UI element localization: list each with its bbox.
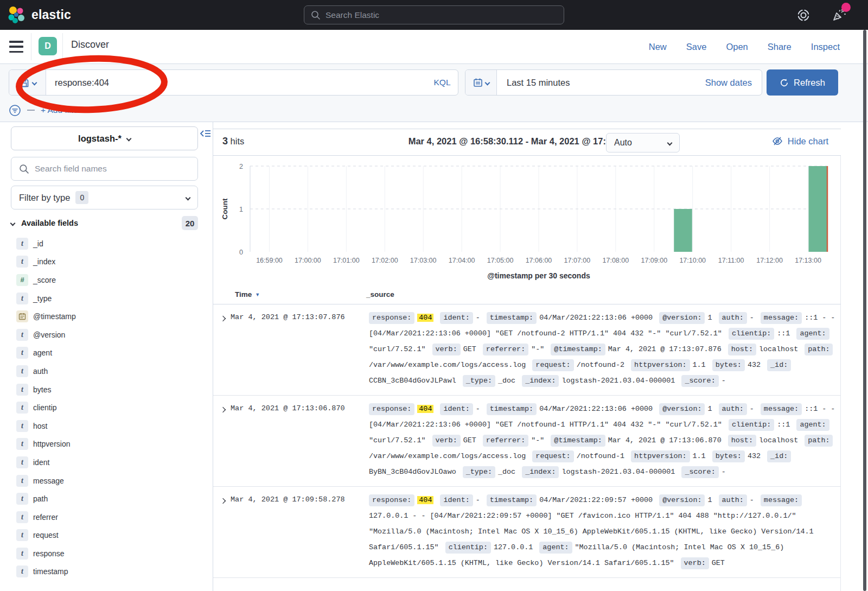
field-item-id[interactable]: t_id: [0, 234, 213, 253]
svg-text:17:09:00: 17:09:00: [641, 257, 667, 264]
index-pattern-select[interactable]: logstash-*: [11, 126, 198, 150]
svg-text:17:02:00: 17:02:00: [372, 257, 398, 264]
menu-button[interactable]: [9, 41, 23, 53]
sort-down-icon: ▼: [255, 292, 260, 297]
expand-row-button[interactable]: [220, 407, 226, 413]
field-key-badge: @version:: [659, 312, 705, 324]
help-icon[interactable]: [796, 8, 810, 22]
field-key-badge: request:: [532, 359, 573, 371]
field-item-timestamp[interactable]: @timestamp: [0, 307, 213, 326]
field-search-input[interactable]: Search field names: [11, 157, 198, 181]
field-key-badge: ident:: [440, 312, 473, 324]
field-key-badge: @timestamp:: [551, 435, 605, 447]
nav-action-new[interactable]: New: [649, 42, 667, 52]
field-key-badge: auth:: [719, 403, 747, 415]
date-quick-menu-button[interactable]: [465, 70, 497, 95]
svg-text:17:03:00: 17:03:00: [410, 257, 437, 264]
filter-by-type-select[interactable]: Filter by type 0: [11, 186, 198, 209]
query-language-button[interactable]: KQL: [426, 70, 458, 95]
show-dates-button[interactable]: Show dates: [705, 70, 762, 95]
string-field-icon: t: [16, 456, 28, 468]
svg-text:17:12:00: 17:12:00: [756, 257, 783, 264]
histogram-bar[interactable]: [809, 166, 827, 252]
expand-row-button[interactable]: [220, 316, 226, 322]
string-field-icon: t: [16, 565, 28, 577]
nav-action-share[interactable]: Share: [768, 42, 792, 52]
time-column-header[interactable]: Time ▼: [235, 290, 260, 298]
hide-chart-button[interactable]: Hide chart: [772, 136, 828, 147]
svg-text:2: 2: [239, 163, 243, 170]
add-filter-button[interactable]: + Add filter: [41, 105, 81, 115]
field-key-badge: host:: [728, 435, 756, 447]
histogram-chart[interactable]: 01216:59:0017:00:0017:01:0017:02:0017:03…: [216, 158, 839, 282]
field-item-request[interactable]: trequest: [0, 526, 213, 545]
x-axis-label: @timestamp per 30 seconds: [487, 271, 590, 280]
interval-select[interactable]: Auto: [606, 133, 680, 152]
app-nav-bar: D Discover NewSaveOpenShareInspect: [0, 30, 868, 64]
doc-timestamp: Mar 4, 2021 @ 17:09:58.278: [231, 492, 362, 571]
available-fields-header[interactable]: Available fields 20: [11, 215, 198, 231]
field-item-path[interactable]: tpath: [0, 490, 213, 508]
histogram-bar[interactable]: [674, 209, 692, 252]
field-key-badge: _type:: [463, 466, 495, 478]
field-item-score[interactable]: #_score: [0, 271, 213, 289]
field-name: message: [33, 476, 64, 485]
collapse-sidebar-button[interactable]: [200, 129, 211, 138]
field-item-referrer[interactable]: treferrer: [0, 508, 213, 526]
field-name: _type: [33, 294, 52, 303]
fields-sidebar: logstash-* Search field names Filter by …: [0, 122, 213, 591]
page-scrollbar[interactable]: [863, 30, 866, 591]
field-item-type[interactable]: t_type: [0, 289, 213, 308]
string-field-icon: t: [16, 329, 28, 341]
documents-table-body: Mar 4, 2021 @ 17:13:07.876response:404 i…: [213, 304, 841, 591]
y-axis-label: Count: [221, 198, 229, 219]
svg-text:17:06:00: 17:06:00: [526, 257, 552, 264]
nav-action-open[interactable]: Open: [726, 42, 748, 52]
expand-row-button[interactable]: [220, 498, 226, 504]
field-item-ident[interactable]: tident: [0, 453, 213, 472]
field-item-clientip[interactable]: tclientip: [0, 398, 213, 417]
field-key-badge: auth:: [719, 494, 747, 506]
field-key-badge: path:: [805, 435, 833, 447]
field-list: t_idt_index#_scoret_type@timestampt@vers…: [0, 234, 213, 581]
calendar-icon: [473, 78, 483, 87]
field-key-badge: referrer:: [483, 344, 528, 355]
field-item-timestamp[interactable]: ttimestamp: [0, 563, 213, 581]
available-fields-count-badge: 20: [182, 216, 198, 230]
field-item-httpversion[interactable]: thttpversion: [0, 435, 213, 454]
string-field-icon: t: [16, 475, 28, 487]
svg-text:17:13:00: 17:13:00: [795, 257, 821, 264]
string-field-icon: t: [16, 238, 28, 250]
nav-action-inspect[interactable]: Inspect: [811, 42, 840, 52]
string-field-icon: t: [16, 420, 28, 432]
global-search-input[interactable]: Search Elastic: [304, 5, 564, 24]
field-name: referrer: [33, 513, 58, 522]
documents-table-header: Time ▼ _source: [213, 289, 841, 304]
field-item-response[interactable]: tresponse: [0, 544, 213, 563]
field-name: bytes: [33, 385, 51, 394]
field-item-bytes[interactable]: tbytes: [0, 380, 213, 399]
string-field-icon: t: [16, 529, 28, 541]
field-key-badge: verb:: [681, 557, 709, 569]
field-item-agent[interactable]: tagent: [0, 344, 213, 363]
field-item-message[interactable]: tmessage: [0, 472, 213, 490]
search-icon: [311, 10, 321, 20]
field-name: _id: [33, 239, 43, 248]
field-key-badge: httpversion:: [631, 450, 690, 462]
field-key-badge: bytes:: [712, 450, 745, 462]
field-key-badge: host:: [728, 344, 756, 355]
filter-icon[interactable]: [9, 104, 21, 117]
query-input[interactable]: response:404: [46, 70, 426, 95]
field-item-index[interactable]: t_index: [0, 253, 213, 271]
highlighted-value: 404: [417, 405, 433, 413]
refresh-button[interactable]: Refresh: [767, 69, 838, 96]
field-item-auth[interactable]: tauth: [0, 362, 213, 380]
field-item-version[interactable]: t@version: [0, 326, 213, 344]
field-key-badge: verb:: [432, 344, 461, 355]
field-item-host[interactable]: thost: [0, 417, 213, 435]
time-range-value[interactable]: Last 15 minutes: [497, 70, 705, 95]
field-key-badge: timestamp:: [487, 312, 537, 324]
nav-action-save[interactable]: Save: [686, 42, 707, 52]
elastic-logo[interactable]: elastic: [8, 6, 71, 24]
saved-query-menu-button[interactable]: [9, 70, 46, 95]
